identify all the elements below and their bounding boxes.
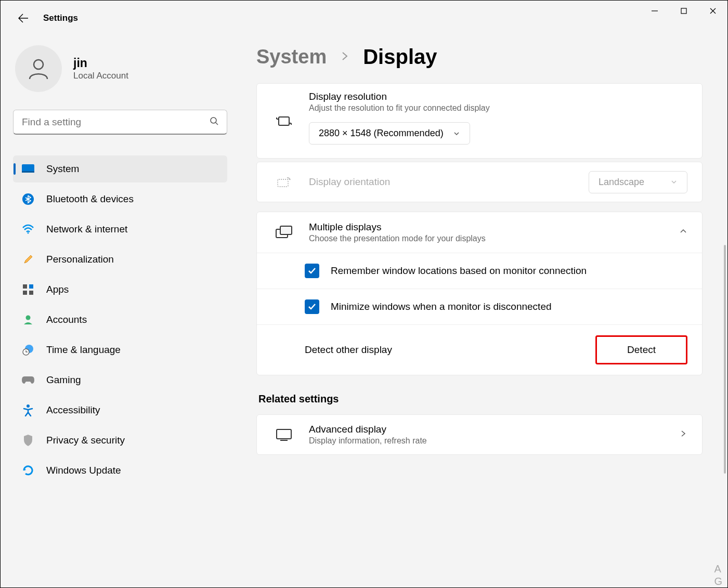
back-button[interactable] <box>15 10 32 27</box>
app-header: Settings <box>1 1 727 36</box>
main-content: System Display Display resolution Adjust… <box>240 42 727 587</box>
nav-item-privacy[interactable]: Privacy & security <box>13 427 227 454</box>
profile-block[interactable]: jin Local Account <box>13 45 227 92</box>
svg-rect-20 <box>278 179 288 187</box>
breadcrumb-parent[interactable]: System <box>256 46 327 68</box>
chevron-down-icon <box>670 178 678 186</box>
resolution-title: Display resolution <box>309 91 687 102</box>
detect-button[interactable]: Detect <box>595 335 687 364</box>
advanced-sub: Display information, refresh rate <box>309 436 679 446</box>
gamepad-icon <box>21 373 35 387</box>
nav-item-time[interactable]: Time & language <box>13 336 227 363</box>
breadcrumb-current: Display <box>363 45 437 69</box>
back-arrow-icon <box>18 12 29 24</box>
nav-item-accessibility[interactable]: Accessibility <box>13 397 227 424</box>
scrollbar[interactable] <box>724 245 726 474</box>
checkbox-remember[interactable] <box>305 264 319 278</box>
checkbox-minimize[interactable] <box>305 299 319 314</box>
search-input[interactable] <box>13 110 227 135</box>
person-icon <box>26 56 51 81</box>
nav-label: Apps <box>46 284 69 295</box>
svg-rect-22 <box>280 226 292 234</box>
nav-label: System <box>46 163 79 175</box>
maximize-button[interactable] <box>669 1 698 21</box>
system-icon <box>21 162 35 176</box>
checkbox-label: Remember window locations based on monit… <box>331 265 687 277</box>
nav-label: Time & language <box>46 344 121 356</box>
svg-line-6 <box>216 123 218 125</box>
svg-rect-23 <box>277 429 291 439</box>
nav-label: Accounts <box>46 314 87 325</box>
resolution-dropdown[interactable]: 2880 × 1548 (Recommended) <box>309 122 470 145</box>
svg-point-5 <box>211 117 216 123</box>
nav-item-network[interactable]: Network & internet <box>13 216 227 243</box>
svg-rect-13 <box>23 291 27 295</box>
monitor-icon <box>271 428 296 441</box>
svg-point-18 <box>27 404 30 408</box>
breadcrumb: System Display <box>256 42 703 69</box>
search-box <box>13 110 227 135</box>
nav-label: Bluetooth & devices <box>46 193 134 205</box>
svg-point-4 <box>34 60 43 69</box>
chevron-right-icon <box>679 429 687 440</box>
nav-item-bluetooth[interactable]: Bluetooth & devices <box>13 186 227 213</box>
check-icon <box>307 302 317 311</box>
nav-label: Accessibility <box>46 404 100 416</box>
nav-label: Gaming <box>46 374 81 386</box>
profile-type: Local Account <box>73 71 128 81</box>
apps-icon <box>21 283 35 296</box>
resolution-icon <box>271 114 296 128</box>
nav-item-system[interactable]: System <box>13 155 227 182</box>
nav-item-update[interactable]: Windows Update <box>13 457 227 484</box>
close-button[interactable] <box>698 1 727 21</box>
svg-rect-12 <box>29 284 33 289</box>
checkbox-row-minimize: Minimize windows when a monitor is disco… <box>257 289 702 325</box>
orientation-value: Landscape <box>599 177 644 188</box>
chevron-up-icon <box>679 227 687 238</box>
check-icon <box>307 266 317 276</box>
card-display-orientation: Display orientation Landscape <box>256 162 703 202</box>
minimize-icon <box>651 7 658 15</box>
svg-rect-1 <box>681 8 686 14</box>
svg-rect-8 <box>22 171 34 173</box>
svg-point-10 <box>28 232 29 234</box>
window-controls <box>640 1 727 21</box>
multiple-displays-icon <box>271 225 296 240</box>
nav-item-accounts[interactable]: Accounts <box>13 306 227 333</box>
orientation-icon <box>271 175 296 189</box>
svg-rect-11 <box>23 284 27 289</box>
orientation-dropdown: Landscape <box>589 171 687 193</box>
maximize-icon <box>680 7 687 15</box>
orientation-title: Display orientation <box>309 176 390 188</box>
accessibility-icon <box>21 403 35 417</box>
close-icon <box>709 7 717 15</box>
nav-label: Windows Update <box>46 465 121 476</box>
minimize-button[interactable] <box>640 1 669 21</box>
chevron-right-icon <box>339 50 350 64</box>
profile-name: jin <box>73 56 128 71</box>
nav-label: Personalization <box>46 254 114 265</box>
search-icon <box>210 116 219 128</box>
multiple-title: Multiple displays <box>309 221 679 233</box>
nav-item-gaming[interactable]: Gaming <box>13 367 227 394</box>
watermark: A G <box>714 563 722 587</box>
nav-item-personalization[interactable]: Personalization <box>13 246 227 273</box>
svg-point-15 <box>26 316 31 320</box>
nav-item-apps[interactable]: Apps <box>13 276 227 303</box>
app-title: Settings <box>43 13 78 23</box>
detect-label: Detect other display <box>305 344 392 356</box>
avatar <box>15 45 62 92</box>
nav-label: Privacy & security <box>46 435 125 446</box>
nav-list: System Bluetooth & devices Network & int… <box>13 155 227 484</box>
bluetooth-icon <box>21 192 35 206</box>
related-heading: Related settings <box>258 393 703 405</box>
svg-rect-19 <box>279 117 289 125</box>
shield-icon <box>21 434 35 447</box>
watermark-line: A <box>714 563 722 575</box>
multiple-sub: Choose the presentation mode for your di… <box>309 234 679 243</box>
detect-row: Detect other display Detect <box>257 325 702 375</box>
card-advanced-display[interactable]: Advanced display Display information, re… <box>256 414 703 455</box>
clock-globe-icon <box>21 343 35 357</box>
sidebar: jin Local Account System Bluetooth & dev… <box>1 42 240 587</box>
multiple-displays-header[interactable]: Multiple displays Choose the presentatio… <box>257 212 702 253</box>
